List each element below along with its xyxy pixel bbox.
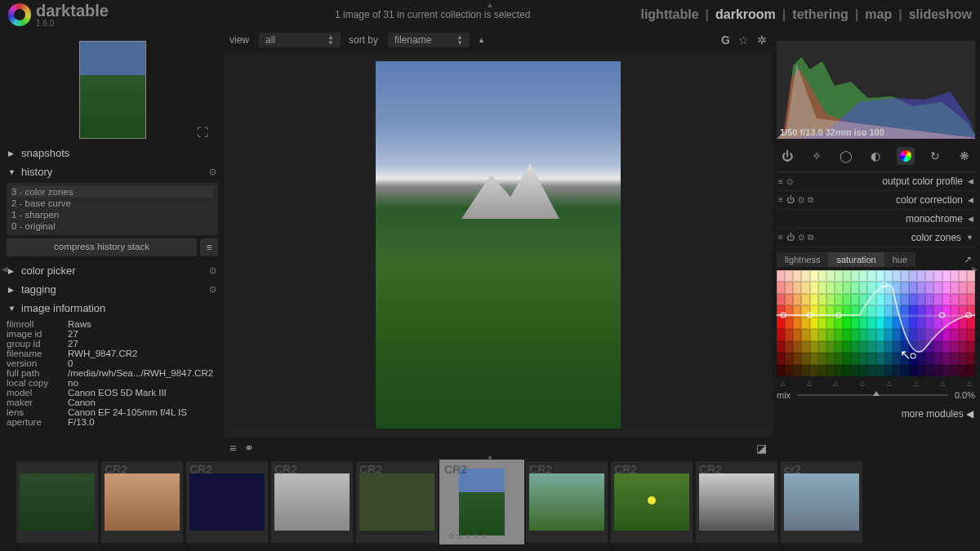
module-reset-icon[interactable]: ⊙ <box>798 195 804 205</box>
view-label: view <box>229 34 249 46</box>
tab-lightness[interactable]: lightness <box>777 252 828 267</box>
histogram[interactable]: 1/50 f/13.0 32mm iso 100 <box>777 41 975 139</box>
module-reset-icon[interactable]: ⊙ <box>798 233 804 242</box>
group-favorites-icon[interactable]: ✧ <box>808 147 826 165</box>
sort-direction-icon[interactable]: ▲ <box>478 36 485 44</box>
module-reset-icon[interactable]: ⊙ <box>786 177 793 186</box>
chevron-down-icon[interactable]: ▼ <box>966 233 973 242</box>
navigation-thumbnail[interactable] <box>79 41 146 139</box>
overexposed-icon[interactable]: ◪ <box>756 442 767 455</box>
color-picker-header[interactable]: ▶color picker ⊙ <box>7 261 218 280</box>
history-header[interactable]: ▼history ⊙ <box>7 162 218 181</box>
filter-toolbar: view all ▲▼ sort by filename ▲▼ ▲ G ☆ ✲ <box>225 29 772 51</box>
tab-saturation[interactable]: saturation <box>828 252 884 267</box>
history-label: history <box>21 166 52 178</box>
view-value: all <box>265 34 275 46</box>
chevron-left-icon[interactable]: ◀ <box>968 215 973 223</box>
filmstrip-thumb[interactable]: CR2 <box>101 461 183 543</box>
module-label: color zones <box>911 232 961 243</box>
sort-select[interactable]: filename ▲▼ <box>388 33 470 47</box>
group-active-icon[interactable]: ⏻ <box>778 147 796 165</box>
module-power-icon[interactable]: ⏻ <box>786 233 795 242</box>
right-panel: 1/50 f/13.0 32mm iso 100 ⏻ ✧ ◯ ◐ ↻ ❋ ≡⊙ … <box>772 29 980 458</box>
nav-slideshow[interactable]: slideshow <box>909 7 972 22</box>
histogram-info: 1/50 f/13.0 32mm iso 100 <box>780 127 884 137</box>
nav-lighttable[interactable]: lighttable <box>640 7 698 22</box>
group-tone-icon[interactable]: ◐ <box>866 147 884 165</box>
gear-icon[interactable]: ✲ <box>757 33 767 47</box>
sort-value: filename <box>394 34 431 46</box>
view-nav: lighttable| darkroom| tethering| map| sl… <box>640 7 972 22</box>
group-basic-icon[interactable]: ◯ <box>837 147 855 165</box>
filmstrip-thumb[interactable]: CR2 <box>526 461 608 543</box>
mix-slider[interactable] <box>797 394 948 396</box>
color-zones-editor[interactable]: ↖ <box>777 270 975 376</box>
module-color-zones[interactable]: ≡⏻⊙⧉ color zones ▼ <box>777 229 975 247</box>
collapse-top-icon[interactable]: ▲ <box>486 0 494 9</box>
view-select[interactable]: all ▲▼ <box>259 33 341 47</box>
tab-hue[interactable]: hue <box>884 252 915 267</box>
image-canvas[interactable] <box>225 52 772 437</box>
group-effect-icon[interactable]: ❋ <box>956 147 973 165</box>
stepper-icon[interactable]: ▲▼ <box>327 34 334 46</box>
create-style-button[interactable]: ≡ <box>200 238 218 256</box>
color-zones-handles: △△△△△△△△ <box>777 380 975 387</box>
history-item[interactable]: 1 - sharpen <box>11 209 213 220</box>
filmstrip[interactable]: CR2 CR2 CR2 CR2 CR2☆☆☆☆☆ CR2 CR2 CR2 cr2 <box>0 458 980 546</box>
module-multi-icon[interactable]: ⧉ <box>808 195 813 205</box>
sort-label: sort by <box>349 34 378 46</box>
filmstrip-thumb[interactable]: cr2 <box>781 461 862 543</box>
zoom-fit-icon[interactable]: ⛶ <box>197 126 208 139</box>
stepper-icon[interactable]: ▲▼ <box>457 34 463 46</box>
module-color-correction[interactable]: ≡⏻⊙⧉ color correction ◀ <box>777 191 975 210</box>
star-overlay-icon[interactable]: ☆ <box>738 33 749 47</box>
color-picker-reset-icon[interactable]: ⊙ <box>209 265 216 276</box>
collapse-left-icon[interactable]: ◀ <box>2 264 8 273</box>
module-menu-icon[interactable]: ≡ <box>778 177 783 186</box>
app-logo-icon <box>8 3 31 26</box>
tagging-header[interactable]: ▶tagging ⊙ <box>7 280 218 299</box>
image-info-header[interactable]: ▼image information <box>7 299 218 318</box>
snapshots-label: snapshots <box>21 147 69 159</box>
group-color-icon[interactable] <box>897 147 915 165</box>
nav-darkroom[interactable]: darkroom <box>715 7 776 22</box>
group-toggle[interactable]: G <box>721 33 730 47</box>
module-multi-icon[interactable]: ⧉ <box>808 233 813 242</box>
history-item[interactable]: 3 - color zones <box>11 186 213 198</box>
group-correct-icon[interactable]: ↻ <box>926 147 944 165</box>
nav-map[interactable]: map <box>865 7 892 22</box>
filmstrip-thumb[interactable] <box>16 461 98 543</box>
quick-access-icon[interactable]: ≡ <box>229 442 236 455</box>
color-zones-tabs: lightness saturation hue ↗ <box>777 252 975 267</box>
mix-value: 0.0% <box>955 390 975 400</box>
mix-label: mix <box>777 390 791 400</box>
chevron-left-icon[interactable]: ◀ <box>968 177 973 185</box>
history-item[interactable]: 2 - base curve <box>11 198 213 209</box>
app-name: darktable <box>36 2 109 20</box>
module-monochrome[interactable]: monochrome ◀ <box>777 210 975 229</box>
history-item[interactable]: 0 - original <box>11 220 213 232</box>
history-reset-icon[interactable]: ⊙ <box>209 167 216 177</box>
mix-slider-row: mix 0.0% <box>777 387 975 403</box>
filmstrip-thumb[interactable]: CR2 <box>356 461 438 543</box>
filmstrip-thumb[interactable]: CR2 <box>271 461 353 543</box>
filmstrip-thumb[interactable]: CR2 <box>696 461 777 543</box>
status-text: 1 image of 31 in current collection is s… <box>225 9 640 20</box>
history-list: 3 - color zones 2 - base curve 1 - sharp… <box>7 183 218 235</box>
nav-tethering[interactable]: tethering <box>792 7 848 22</box>
presets-icon[interactable]: ⚭ <box>244 442 254 455</box>
filmstrip-thumb[interactable]: CR2 <box>186 461 268 543</box>
main-image[interactable] <box>376 61 621 429</box>
snapshots-header[interactable]: ▶snapshots <box>7 144 218 162</box>
filmstrip-thumb[interactable]: CR2 <box>611 461 693 543</box>
compress-history-button[interactable]: compress history stack <box>7 238 197 256</box>
center-panel: view all ▲▼ sort by filename ▲▼ ▲ G ☆ ✲ … <box>225 29 772 458</box>
tagging-reset-icon[interactable]: ⊙ <box>209 284 216 295</box>
filmstrip-thumb-selected[interactable]: CR2☆☆☆☆☆ <box>441 461 523 543</box>
module-power-icon[interactable]: ⏻ <box>786 195 795 205</box>
module-output-color-profile[interactable]: ≡⊙ output color profile ◀ <box>777 172 975 191</box>
module-menu-icon[interactable]: ≡ <box>778 233 783 242</box>
more-modules-button[interactable]: more modules ◀ <box>777 403 975 424</box>
chevron-left-icon[interactable]: ◀ <box>968 196 973 204</box>
module-menu-icon[interactable]: ≡ <box>778 195 783 205</box>
